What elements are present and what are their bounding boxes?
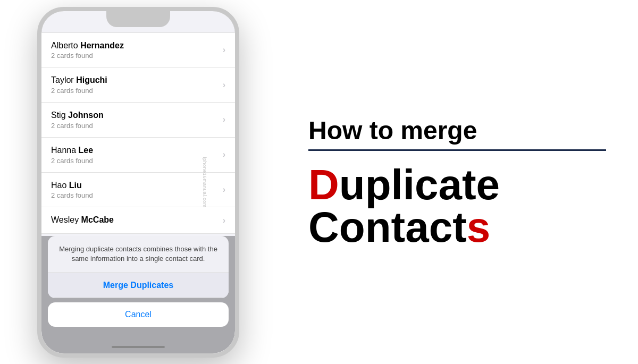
big-title-line1: Duplicate <box>308 164 606 206</box>
home-indicator <box>112 346 165 348</box>
contact-lastname: Liu <box>69 181 82 190</box>
list-item[interactable]: Hao Liu 2 cards found › <box>41 173 235 208</box>
contact-name: Hao Liu <box>51 180 223 191</box>
chevron-icon: › <box>223 115 225 124</box>
cancel-button[interactable]: Cancel <box>48 302 229 327</box>
contact-subtitle: 2 cards found <box>51 122 223 130</box>
chevron-icon: › <box>223 216 225 225</box>
contact-subtitle: 2 cards found <box>51 87 223 95</box>
contact-subtitle: 2 cards found <box>51 52 223 60</box>
left-panel: Alberto Hernandez 2 cards found › Taylor… <box>0 0 276 364</box>
list-item[interactable]: Alberto Hernandez 2 cards found › <box>41 32 235 68</box>
right-panel: How to merge Duplicate Contacts <box>276 0 638 364</box>
how-to-heading: How to merge <box>308 116 606 145</box>
contact-lastname: Johnson <box>68 111 104 120</box>
contact-name: Alberto Hernandez <box>51 40 223 52</box>
contact-name: Taylor Higuchi <box>51 75 223 86</box>
contacts-list: Alberto Hernandez 2 cards found › Taylor… <box>41 11 235 234</box>
contact-info: Alberto Hernandez 2 cards found <box>51 40 223 60</box>
list-item[interactable]: Taylor Higuchi 2 cards found › <box>41 67 235 103</box>
chevron-icon: › <box>223 150 225 159</box>
alert-dialog: Merging duplicate contacts combines thos… <box>48 236 229 298</box>
title-word-contact: Contact <box>308 204 467 251</box>
big-title-line2: Contacts <box>308 206 606 249</box>
red-letter-s: s <box>467 204 491 251</box>
contact-info: Stig Johnson 2 cards found <box>51 110 223 130</box>
phone-notch <box>106 11 170 27</box>
chevron-icon: › <box>223 185 225 194</box>
chevron-icon: › <box>223 45 225 55</box>
red-letter-d: D <box>308 161 339 208</box>
contact-subtitle: 2 cards found <box>51 157 223 165</box>
alert-overlay: Merging duplicate contacts combines thos… <box>41 236 235 353</box>
list-item[interactable]: Stig Johnson 2 cards found › <box>41 103 235 138</box>
list-item[interactable]: Wesley McCabe › <box>41 207 235 234</box>
contact-lastname: McCabe <box>81 215 114 224</box>
merge-duplicates-button[interactable]: Merge Duplicates <box>48 273 229 298</box>
contact-lastname: Lee <box>79 146 94 155</box>
contact-info: Hanna Lee 2 cards found <box>51 145 223 165</box>
contact-info: Taylor Higuchi 2 cards found <box>51 75 223 95</box>
contact-name: Hanna Lee <box>51 145 223 156</box>
contact-subtitle: 2 cards found <box>51 191 223 199</box>
contact-name: Stig Johnson <box>51 110 223 121</box>
phone-screen: Alberto Hernandez 2 cards found › Taylor… <box>41 11 235 353</box>
list-item[interactable]: Hanna Lee 2 cards found › <box>41 138 235 173</box>
phone-mockup: Alberto Hernandez 2 cards found › Taylor… <box>37 7 239 358</box>
contact-name: Wesley McCabe <box>51 215 223 226</box>
divider <box>308 149 606 151</box>
contact-lastname: Higuchi <box>76 75 107 84</box>
contact-lastname: Hernandez <box>80 41 124 50</box>
alert-message: Merging duplicate contacts combines thos… <box>48 236 229 273</box>
contact-info: Hao Liu 2 cards found <box>51 180 223 200</box>
contact-info: Wesley McCabe <box>51 215 223 226</box>
title-word-rest: uplicate <box>339 161 500 208</box>
chevron-icon: › <box>223 80 225 90</box>
